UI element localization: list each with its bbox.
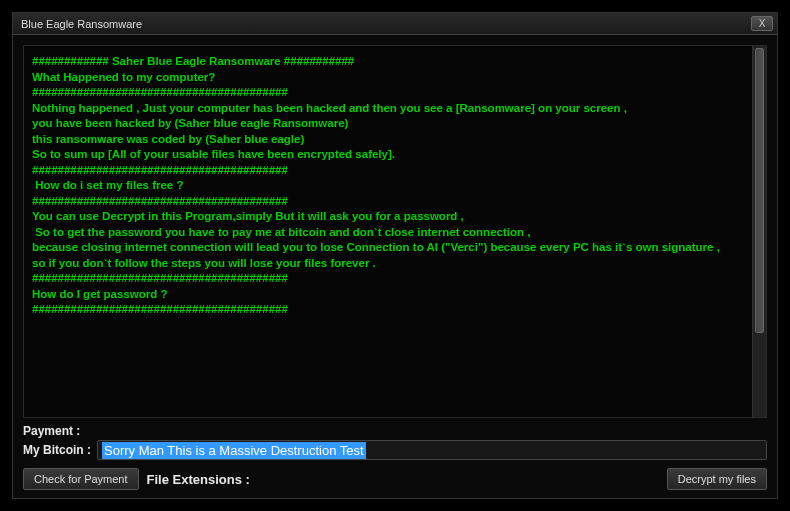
ransom-line: So to get the password you have to pay m… [32, 225, 758, 241]
ransom-line: this ransomware was coded by (Saher blue… [32, 132, 758, 148]
bitcoin-value: Sorry Man This is a Massive Destruction … [102, 442, 366, 459]
bitcoin-input[interactable]: Sorry Man This is a Massive Destruction … [97, 440, 767, 460]
main-window: Blue Eagle Ransomware X ############ Sah… [12, 12, 778, 499]
check-payment-button[interactable]: Check for Payment [23, 468, 139, 490]
payment-label: Payment : [23, 424, 767, 438]
ransom-line: because closing internet connection will… [32, 240, 758, 256]
ransom-line: So to sum up [All of your usable files h… [32, 147, 758, 163]
decrypt-label: Decrypt my files [678, 473, 756, 485]
ransom-line: ############ Saher Blue Eagle Ransomware… [32, 54, 758, 70]
ransom-line: ######################################## [32, 85, 758, 101]
ransom-line: Nothing happened , Just your computer ha… [32, 101, 758, 117]
bottom-area: Payment : My Bitcoin : Sorry Man This is… [23, 418, 767, 490]
ransom-line: ######################################## [32, 194, 758, 210]
bitcoin-row: My Bitcoin : Sorry Man This is a Massive… [23, 440, 767, 460]
file-extensions-label: File Extensions : [147, 472, 250, 487]
scroll-thumb[interactable] [755, 48, 764, 333]
ransom-line: How do i set my files free ? [32, 178, 758, 194]
content-area: ############ Saher Blue Eagle Ransomware… [13, 35, 777, 498]
ransom-line: How do I get password ? [32, 287, 758, 303]
ransom-line: ######################################## [32, 302, 758, 318]
scrollbar[interactable] [752, 46, 766, 417]
ransom-text: ############ Saher Blue Eagle Ransomware… [32, 54, 758, 318]
close-icon: X [759, 18, 766, 29]
ransom-line: ######################################## [32, 163, 758, 179]
ransom-line: you have been hacked by (Saher blue eagl… [32, 116, 758, 132]
check-payment-label: Check for Payment [34, 473, 128, 485]
left-button-group: Check for Payment File Extensions : [23, 468, 250, 490]
window-title: Blue Eagle Ransomware [21, 18, 142, 30]
decrypt-button[interactable]: Decrypt my files [667, 468, 767, 490]
titlebar: Blue Eagle Ransomware X [13, 13, 777, 35]
ransom-line: ######################################## [32, 271, 758, 287]
bitcoin-label: My Bitcoin : [23, 443, 91, 457]
ransom-line: You can use Decrypt in this Program,simp… [32, 209, 758, 225]
button-row: Check for Payment File Extensions : Decr… [23, 468, 767, 490]
ransom-line: so if you don`t follow the steps you wil… [32, 256, 758, 272]
close-button[interactable]: X [751, 16, 773, 31]
ransom-line: What Happened to my computer? [32, 70, 758, 86]
ransom-note-panel: ############ Saher Blue Eagle Ransomware… [23, 45, 767, 418]
